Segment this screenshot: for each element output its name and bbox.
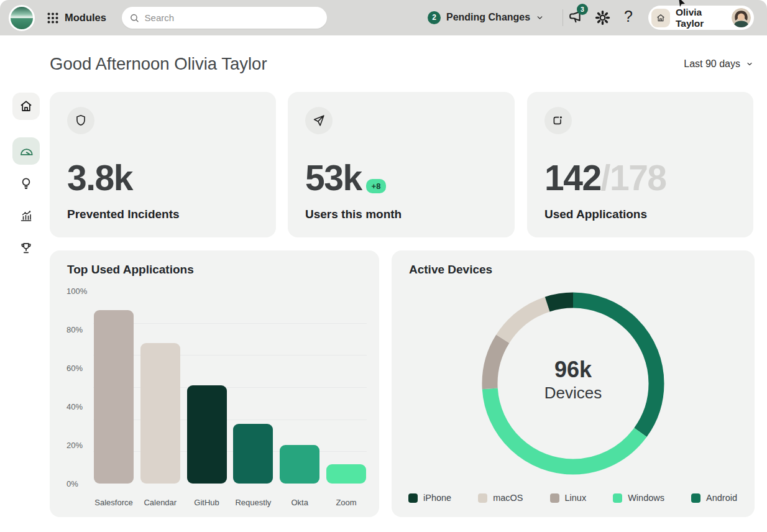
chevron-down-icon (746, 60, 753, 68)
gridline (93, 323, 367, 324)
date-range-label: Last 90 days (684, 58, 740, 70)
applications-icon (551, 114, 565, 127)
legend-label: Windows (628, 493, 664, 503)
stat-card-prevented-incidents: 3.8k Prevented Incidents (50, 92, 276, 237)
legend-item-macos[interactable]: macOS (478, 493, 523, 503)
pending-changes-label: Pending Changes (446, 12, 530, 23)
stat-icon-holder (544, 107, 572, 134)
send-icon (312, 114, 326, 127)
stat-icon-holder (305, 107, 333, 134)
legend-label: Linux (565, 493, 587, 503)
trophy-icon (19, 241, 34, 255)
sidebar-item-home[interactable] (12, 93, 40, 120)
mouse-cursor (678, 0, 687, 7)
sidebar-item-analytics[interactable] (19, 208, 34, 223)
stat-label: Users this month (305, 208, 402, 221)
stat-value: 3.8k (67, 160, 132, 196)
donut-legend: iPhonemacOSLinuxWindowsAndroid (408, 493, 737, 503)
top-navbar: Modules 2 Pending Changes 3 (0, 0, 767, 35)
legend-item-windows[interactable]: Windows (613, 493, 664, 503)
legend-item-iphone[interactable]: iPhone (408, 493, 451, 503)
gridline (93, 355, 367, 355)
gridline (93, 451, 367, 452)
stat-card-users-this-month: 53k +8 Users this month (288, 92, 515, 237)
y-axis-tick: 20% (67, 441, 83, 450)
lightbulb-icon (19, 176, 34, 191)
bar-chart-card: Top Used Applications 0%20%40%60%80%100%… (50, 250, 379, 517)
legend-item-android[interactable]: Android (691, 493, 737, 503)
stat-delta-badge: +8 (366, 179, 387, 193)
legend-label: Android (706, 493, 737, 503)
y-axis-tick: 40% (67, 402, 83, 411)
bar-zoom[interactable] (326, 464, 366, 484)
legend-swatch (478, 493, 487, 503)
legend-swatch (550, 493, 559, 503)
user-name: Olivia Taylor (676, 7, 726, 29)
help-button[interactable]: ? (622, 7, 635, 27)
legend-swatch (613, 493, 622, 503)
home-icon (19, 99, 34, 114)
stat-total: /178 (601, 160, 666, 196)
app-window: Modules 2 Pending Changes 3 (0, 0, 767, 532)
sidebar-item-insights[interactable] (19, 176, 34, 191)
pending-changes-dropdown[interactable]: 2 Pending Changes (428, 9, 544, 26)
legend-label: iPhone (423, 493, 451, 503)
avatar (732, 8, 751, 27)
y-axis-tick: 80% (67, 325, 83, 334)
donut-chart-card: Active Devices 96k Devices iPhonemacOSLi… (392, 250, 755, 517)
modules-grid-icon[interactable] (47, 12, 58, 24)
donut-chart-title: Active Devices (409, 263, 492, 277)
stat-value: 53k (305, 160, 362, 196)
sidebar-item-achievements[interactable] (19, 241, 34, 255)
sidebar-item-dashboard[interactable] (12, 137, 40, 165)
y-axis-tick: 60% (67, 364, 83, 373)
gridline (93, 420, 367, 420)
legend-swatch (691, 493, 700, 503)
donut-center-label: Devices (511, 383, 635, 403)
bar-calendar[interactable] (140, 343, 180, 484)
stat-label: Used Applications (544, 208, 647, 221)
stat-icon-holder (67, 107, 94, 134)
stat-label: Prevented Incidents (67, 208, 180, 221)
donut-center-text: 96k Devices (511, 357, 635, 403)
search-bar[interactable] (122, 7, 327, 29)
page-title: Good Afternoon Olivia Taylor (50, 54, 267, 74)
notification-count-badge: 3 (577, 4, 588, 15)
workspace-home-icon (651, 9, 670, 27)
chevron-down-icon (536, 14, 544, 22)
notifications-button[interactable]: 3 (567, 9, 586, 27)
stat-value: 142 (544, 160, 601, 196)
modules-label[interactable]: Modules (65, 12, 106, 24)
shield-icon (74, 114, 88, 127)
bar-chart-plot: 0%20%40%60%80%100%SalesforceCalendarGitH… (50, 250, 379, 517)
gauge-icon (19, 144, 34, 159)
bar-okta[interactable] (280, 445, 319, 484)
bar-salesforce[interactable] (94, 310, 134, 484)
gear-icon (594, 9, 611, 26)
legend-label: macOS (493, 493, 523, 503)
stat-card-used-applications: 142 /178 Used Applications (527, 92, 753, 237)
date-range-dropdown[interactable]: Last 90 days (684, 58, 753, 70)
bar-requestly[interactable] (233, 424, 273, 484)
gridline (93, 387, 367, 388)
bar-github[interactable] (187, 385, 227, 484)
donut-center-value: 96k (511, 357, 635, 382)
legend-swatch (408, 493, 418, 503)
settings-button[interactable] (594, 9, 611, 26)
y-axis-tick: 100% (67, 287, 87, 296)
search-icon (129, 12, 140, 24)
navbar-divider (563, 9, 563, 26)
user-menu[interactable]: Olivia Taylor (648, 6, 754, 30)
y-axis-tick: 0% (67, 479, 78, 488)
brand-logo[interactable] (9, 5, 35, 31)
analytics-icon (19, 208, 34, 223)
search-input[interactable] (145, 12, 319, 23)
pending-changes-count-badge: 2 (428, 11, 441, 24)
x-axis-label: Zoom (318, 498, 374, 507)
legend-item-linux[interactable]: Linux (550, 493, 587, 503)
